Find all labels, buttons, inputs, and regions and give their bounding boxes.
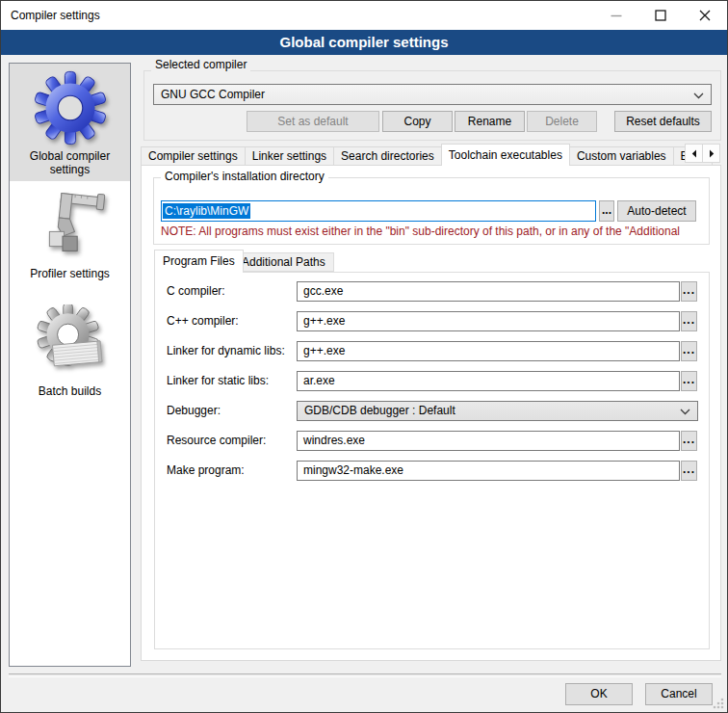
compiler-select[interactable]: GNU GCC Compiler <box>153 84 712 105</box>
toolchain-executables-page: Compiler's installation directory C:\ray… <box>141 165 721 661</box>
c-compiler-browse-button[interactable]: ... <box>681 281 697 302</box>
c-compiler-label: C compiler: <box>167 284 225 298</box>
minimize-icon <box>611 10 622 21</box>
maximize-icon <box>655 10 666 21</box>
tab-toolchain-executables[interactable]: Toolchain executables <box>441 144 570 166</box>
window-title: Compiler settings <box>11 1 100 30</box>
auto-detect-button[interactable]: Auto-detect <box>617 200 696 222</box>
rename-button[interactable]: Rename <box>455 111 525 132</box>
sidebar-item-label: Profiler settings <box>26 267 114 280</box>
triangle-left-icon <box>691 149 697 158</box>
tab-linker-settings[interactable]: Linker settings <box>245 146 334 166</box>
footer-divider <box>9 673 721 677</box>
page-title: Global compiler settings <box>1 30 727 55</box>
blue-gear-icon <box>32 69 109 146</box>
dynamic-linker-input[interactable]: g++.exe <box>297 341 680 361</box>
resize-grip[interactable] <box>712 697 724 709</box>
debugger-select[interactable]: GDB/CDB debugger : Default <box>297 401 698 421</box>
sidebar-item-label: Global compiler settings <box>10 149 130 176</box>
sidebar-item-label: Batch builds <box>35 384 105 398</box>
debugger-select-value: GDB/CDB debugger : Default <box>304 404 455 417</box>
make-program-browse-button[interactable]: ... <box>681 461 697 481</box>
tab-search-directories[interactable]: Search directories <box>333 146 442 166</box>
cpp-compiler-label: C++ compiler: <box>167 314 239 328</box>
maximize-button[interactable] <box>638 1 683 30</box>
installation-directory-browse-button[interactable]: ... <box>599 200 614 222</box>
compiler-settings-dialog: Compiler settings Global compiler settin… <box>0 0 728 713</box>
subtab-additional-paths[interactable]: Additional Paths <box>233 252 334 272</box>
caliper-icon <box>32 187 109 264</box>
reset-defaults-button[interactable]: Reset defaults <box>614 111 712 132</box>
static-linker-label: Linker for static libs: <box>167 374 269 387</box>
titlebar: Compiler settings <box>1 1 727 30</box>
compiler-select-value: GNU GCC Compiler <box>161 88 265 101</box>
settings-category-list: Global compiler settings Profiler settin… <box>9 63 131 667</box>
tab-scroll-left-button[interactable] <box>685 144 703 163</box>
make-program-label: Make program: <box>167 463 245 477</box>
delete-button[interactable]: Delete <box>527 111 597 132</box>
resource-compiler-browse-button[interactable]: ... <box>681 431 697 451</box>
sidebar-item-global-compiler-settings[interactable]: Global compiler settings <box>10 64 130 181</box>
sidebar-item-profiler-settings[interactable]: Profiler settings <box>10 181 130 299</box>
tab-compiler-settings[interactable]: Compiler settings <box>141 146 246 166</box>
close-icon <box>699 10 711 21</box>
installation-directory-input[interactable]: C:\raylib\MinGW <box>161 200 596 222</box>
tab-custom-variables[interactable]: Custom variables <box>569 146 674 166</box>
installation-directory-legend: Compiler's installation directory <box>161 171 328 183</box>
subtab-program-files[interactable]: Program Files <box>154 250 244 273</box>
chevron-down-icon <box>680 409 690 415</box>
set-as-default-button[interactable]: Set as default <box>247 111 379 132</box>
cpp-compiler-browse-button[interactable]: ... <box>681 311 697 331</box>
c-compiler-input[interactable]: gcc.exe <box>297 281 680 302</box>
program-files-page: C compiler: gcc.exe ... C++ compiler: g+… <box>154 272 710 649</box>
static-linker-input[interactable]: ar.exe <box>297 371 680 391</box>
sidebar-item-batch-builds[interactable]: Batch builds <box>10 299 130 416</box>
debugger-label: Debugger: <box>167 404 221 417</box>
settings-tabstrip: Compiler settings Linker settings Search… <box>141 144 721 166</box>
installation-note: NOTE: All programs must exist either in … <box>161 224 696 238</box>
dynamic-linker-browse-button[interactable]: ... <box>681 341 697 361</box>
minimize-button[interactable] <box>594 1 638 30</box>
gray-gear-stack-icon <box>32 304 109 382</box>
copy-button[interactable]: Copy <box>382 111 453 132</box>
ok-button[interactable]: OK <box>565 683 633 705</box>
chevron-down-icon <box>693 92 704 99</box>
resource-compiler-input[interactable]: windres.exe <box>297 431 680 451</box>
tab-scroll-right-button[interactable] <box>702 144 720 163</box>
window-controls <box>594 1 727 30</box>
cpp-compiler-input[interactable]: g++.exe <box>297 311 680 331</box>
resource-compiler-label: Resource compiler: <box>167 434 266 447</box>
triangle-right-icon <box>709 149 715 158</box>
close-button[interactable] <box>683 1 727 30</box>
selected-compiler-legend: Selected compiler <box>151 59 250 71</box>
cancel-button[interactable]: Cancel <box>645 683 713 705</box>
dynamic-linker-label: Linker for dynamic libs: <box>167 344 285 357</box>
make-program-input[interactable]: mingw32-make.exe <box>297 461 680 481</box>
installation-directory-value: C:\raylib\MinGW <box>163 203 250 219</box>
static-linker-browse-button[interactable]: ... <box>681 371 697 391</box>
